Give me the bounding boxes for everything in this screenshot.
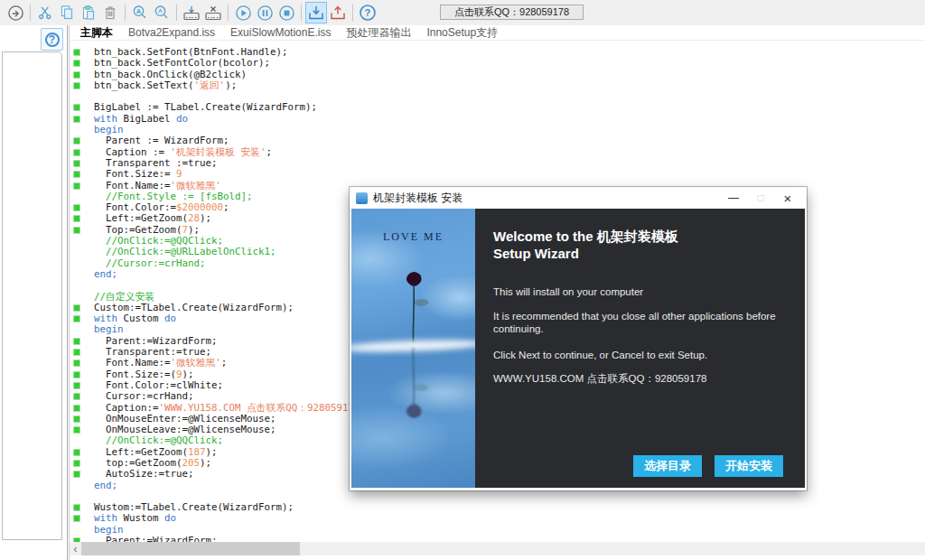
- line-marker-icon[interactable]: [73, 338, 80, 345]
- run-icon[interactable]: [232, 2, 254, 23]
- svg-text:?: ?: [365, 7, 371, 18]
- tab-InnoSetup支持[interactable]: InnoSetup支持: [426, 25, 498, 41]
- welcome-paragraph-4: WWW.YU158.COM 点击联系QQ：928059178: [493, 372, 782, 385]
- zoom-out-icon[interactable]: A: [151, 2, 173, 23]
- toolbar: A A: [0, 0, 925, 26]
- paste-icon[interactable]: [78, 2, 99, 23]
- tab-strip: 主脚本Botva2Expand.issExuiSlowMotionE.iss预处…: [70, 25, 925, 41]
- line-marker-icon[interactable]: [73, 304, 80, 312]
- line-marker-icon[interactable]: [73, 104, 80, 111]
- stop-icon[interactable]: [276, 2, 297, 23]
- welcome-paragraph-3: Click Next to continue, or Cancel to exi…: [493, 349, 782, 361]
- line-marker-icon[interactable]: [73, 371, 80, 378]
- line-marker-icon[interactable]: [73, 116, 80, 123]
- sidebar: ?: [0, 25, 67, 560]
- svg-text:A: A: [136, 7, 142, 15]
- compile-icon[interactable]: [5, 2, 26, 23]
- app-icon: [356, 192, 368, 204]
- tab-Botva2Expand.iss[interactable]: Botva2Expand.iss: [128, 26, 215, 39]
- line-marker-icon[interactable]: [73, 504, 80, 511]
- line-marker-icon[interactable]: [73, 359, 80, 367]
- code-line: Transparent :=true;: [70, 158, 925, 169]
- code-line: BigLabel := TLabel.Create(WizardForm);: [70, 102, 925, 113]
- code-line: with Wustom do: [70, 513, 925, 524]
- welcome-paragraph-2: It is recommended that you close all oth…: [493, 310, 782, 335]
- code-line: Parent:=WizardForm;: [70, 536, 925, 542]
- dialog-title: 机架封装模板 安装: [373, 191, 720, 206]
- line-marker-icon[interactable]: [73, 315, 80, 322]
- welcome-paragraphs: This will install on your computerIt is …: [493, 285, 783, 385]
- welcome-heading-line1: Welcome to the 机架封装模板: [493, 228, 783, 245]
- horizontal-scrollbar[interactable]: ‹: [70, 542, 925, 555]
- choose-directory-button[interactable]: 选择目录: [633, 455, 702, 477]
- close-button[interactable]: ×: [774, 187, 801, 209]
- setup-wizard-dialog: 机架封装模板 安装 — □ × LOVE ME Welcome to the 机…: [350, 187, 807, 490]
- pause-icon[interactable]: [254, 2, 276, 23]
- svg-text:A: A: [158, 8, 163, 14]
- line-marker-icon[interactable]: [73, 215, 80, 222]
- welcome-heading: Welcome to the 机架封装模板 Setup Wizard: [493, 228, 783, 262]
- divider: [176, 5, 177, 21]
- line-marker-icon[interactable]: [73, 471, 80, 478]
- sidebar-panel: [2, 51, 62, 540]
- minimize-button[interactable]: —: [720, 187, 747, 209]
- import-icon[interactable]: [305, 2, 327, 23]
- line-marker-icon[interactable]: [73, 149, 80, 156]
- line-marker-icon[interactable]: [73, 82, 80, 89]
- maximize-button[interactable]: □: [747, 187, 774, 209]
- dialog-titlebar[interactable]: 机架封装模板 安装 — □ ×: [350, 187, 807, 209]
- delete-icon[interactable]: [99, 2, 121, 23]
- divider: [352, 5, 353, 21]
- dialog-body: LOVE ME Welcome to the 机架封装模板 Setup Wiza…: [351, 209, 805, 488]
- line-marker-icon[interactable]: [73, 415, 80, 423]
- code-line: with BigLabel do: [70, 114, 925, 125]
- tab-主脚本[interactable]: 主脚本: [80, 25, 113, 41]
- line-marker-icon[interactable]: [73, 349, 80, 356]
- divider: [125, 5, 126, 21]
- dialog-buttons: 选择目录开始安装: [633, 455, 783, 477]
- welcome-panel: Welcome to the 机架封装模板 Setup Wizard This …: [475, 209, 805, 488]
- welcome-heading-line2: Setup Wizard: [493, 245, 783, 262]
- cut-icon[interactable]: [34, 2, 56, 23]
- divider: [228, 5, 229, 21]
- line-marker-icon[interactable]: [73, 60, 80, 67]
- line-marker-icon[interactable]: [73, 160, 80, 167]
- help-icon[interactable]: ?: [357, 2, 378, 23]
- line-marker-icon[interactable]: [73, 171, 80, 178]
- divider: [30, 5, 31, 21]
- rose-icon: [394, 270, 434, 344]
- tab-ExuiSlowMotionE.iss[interactable]: ExuiSlowMotionE.iss: [230, 26, 331, 39]
- line-marker-icon[interactable]: [73, 426, 80, 434]
- remove-marker-icon[interactable]: [202, 2, 224, 23]
- export-icon[interactable]: [327, 2, 349, 23]
- code-line: Wustom:=TLabel.Create(WizardForm);: [70, 502, 925, 513]
- line-marker-icon[interactable]: [73, 405, 80, 412]
- add-marker-icon[interactable]: [181, 2, 202, 23]
- line-marker-icon[interactable]: [73, 227, 80, 234]
- zoom-in-icon[interactable]: A: [129, 2, 151, 23]
- line-marker-icon[interactable]: [73, 49, 80, 56]
- line-marker-icon[interactable]: [73, 449, 80, 456]
- tab-预处理器输出[interactable]: 预处理器输出: [346, 25, 411, 41]
- welcome-paragraph-1: This will install on your computer: [493, 285, 782, 298]
- line-marker-icon[interactable]: [73, 393, 80, 400]
- line-marker-icon[interactable]: [73, 71, 80, 79]
- line-marker-icon[interactable]: [73, 460, 80, 467]
- qq-contact-button[interactable]: 点击联系QQ：928059178: [440, 5, 584, 20]
- scrollbar-thumb[interactable]: [81, 542, 300, 555]
- line-marker-icon[interactable]: [73, 382, 80, 389]
- line-marker-icon[interactable]: [73, 515, 80, 522]
- scroll-left-arrow-icon[interactable]: ‹: [70, 542, 81, 555]
- divider: [301, 5, 302, 21]
- line-marker-icon[interactable]: [73, 182, 80, 190]
- rose-reflection: [394, 346, 434, 420]
- wizard-artwork: LOVE ME: [351, 209, 475, 488]
- line-marker-icon[interactable]: [73, 204, 80, 211]
- artwork-caption: LOVE ME: [351, 230, 475, 244]
- line-marker-icon[interactable]: [73, 137, 80, 145]
- copy-icon[interactable]: [56, 2, 78, 23]
- code-line: btn_back.SetText('返回');: [70, 80, 925, 91]
- sidebar-help-button[interactable]: ?: [41, 28, 63, 51]
- question-icon: ?: [45, 33, 60, 47]
- start-install-button[interactable]: 开始安装: [715, 455, 783, 477]
